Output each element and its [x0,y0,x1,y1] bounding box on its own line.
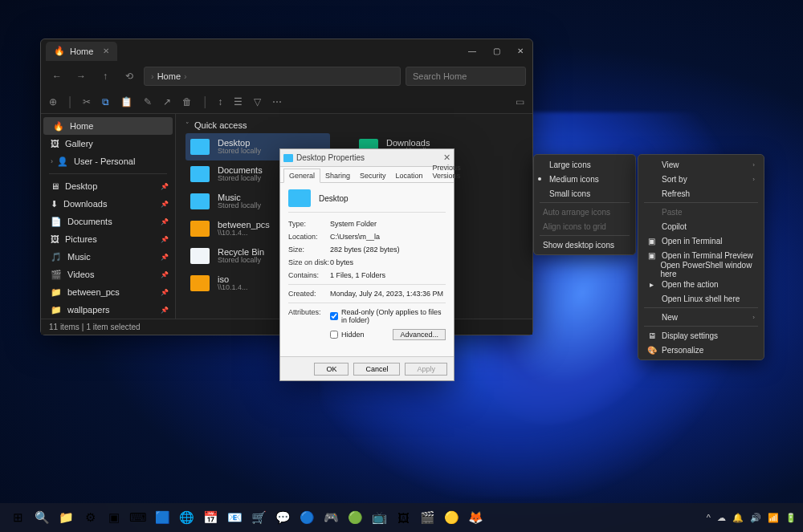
taskbar-app-8[interactable]: 📅 [199,506,222,529]
menu-item-open-the-action[interactable]: ▸Open the action [641,277,761,291]
advanced-button[interactable]: Advanced... [393,329,446,340]
filter-button[interactable]: ▽ [254,96,261,108]
taskbar-app-19[interactable]: 🦊 [464,506,487,529]
taskbar-app-3[interactable]: ⚙ [79,506,101,529]
cancel-button[interactable]: Cancel [353,363,400,376]
menu-item-view[interactable]: View› [641,157,761,172]
sidebar-item-label: between_pcs [67,287,120,297]
tab-home[interactable]: 🔥 Home ✕ [46,42,117,61]
taskbar-app-13[interactable]: 🎮 [320,506,342,529]
menu-item-personalize[interactable]: 🎨Personalize [641,343,761,357]
tab-security[interactable]: Security [355,169,391,182]
details-toggle[interactable]: ▭ [516,96,524,108]
sidebar-item-gallery[interactable]: 🖼Gallery [41,135,175,152]
menu-item-copilot[interactable]: Copilot [641,219,761,234]
taskbar-app-1[interactable]: 🔍 [31,506,53,529]
sidebar-item-pictures[interactable]: 🖼Pictures📌 [41,230,175,248]
align-grid-item[interactable]: Align icons to grid [536,219,633,234]
back-button[interactable]: ← [47,67,67,86]
taskbar-app-15[interactable]: 📺 [368,506,390,529]
show-desktop-icons-item[interactable]: Show desktop icons [536,238,633,252]
sort-button[interactable]: ↕ [218,96,222,108]
taskbar-app-4[interactable]: ▣ [103,506,125,529]
menu-item-small-icons[interactable]: Small icons [536,186,633,201]
menu-item-sort-by[interactable]: Sort by› [641,172,761,186]
tab-close-icon[interactable]: ✕ [103,47,109,55]
minimize-button[interactable]: — [460,41,484,62]
tray-icon-1[interactable]: ☁ [717,513,726,523]
dialog-title: Desktop Properties [296,153,440,162]
taskbar-app-0[interactable]: ⊞ [6,506,29,529]
taskbar-app-6[interactable]: 🟦 [151,506,173,529]
forward-button[interactable]: → [71,67,91,86]
taskbar-app-10[interactable]: 🛒 [247,506,270,529]
tray-icon-2[interactable]: 🔔 [732,513,744,523]
sidebar-item-videos[interactable]: 🎬Videos📌 [41,266,175,283]
tab-general[interactable]: General [283,169,320,183]
menu-label: Medium icons [549,175,599,184]
menu-item-display-settings[interactable]: 🖥Display settings [641,328,761,343]
sidebar-item-between_pcs[interactable]: 📁between_pcs📌 [41,283,175,301]
cut-button[interactable]: ✂ [83,96,91,108]
maximize-button[interactable]: ▢ [484,41,508,62]
view-button[interactable]: ☰ [234,96,243,108]
taskbar-app-16[interactable]: 🖼 [392,506,414,529]
sidebar-item-label: Videos [67,270,94,279]
menu-item-medium-icons[interactable]: Medium icons [536,172,633,186]
address-bar[interactable]: › Home › [144,67,401,86]
copy-button[interactable]: ⧉ [102,96,109,108]
taskbar-app-7[interactable]: 🌐 [175,506,198,529]
sidebar-item-user-personal[interactable]: ›👤User - Personal [41,152,175,170]
ok-button[interactable]: OK [314,363,349,376]
taskbar-app-11[interactable]: 💬 [271,506,294,529]
sidebar-item-desktop[interactable]: 🖥Desktop📌 [41,177,175,195]
tray-icon-0[interactable]: ^ [707,513,711,522]
menu-item-open-in-terminal[interactable]: ▣Open in Terminal [641,234,761,248]
menu-item-refresh[interactable]: Refresh [641,186,761,201]
pin-icon: 📌 [161,201,169,208]
tray-icon-4[interactable]: 📶 [768,513,779,523]
hidden-checkbox[interactable] [330,331,338,339]
prop-label: Size: [288,246,330,254]
new-item[interactable]: New› [641,310,761,324]
menu-item-paste[interactable]: Paste [641,205,761,219]
paste-button[interactable]: 📋 [120,96,132,108]
sidebar-item-downloads[interactable]: ⬇Downloads📌 [41,195,175,213]
tab-title: Home [70,47,93,56]
sidebar-item-music[interactable]: 🎵Music📌 [41,248,175,266]
folder-icon [190,275,210,291]
tab-sharing[interactable]: Sharing [320,169,355,182]
tray-icon-3[interactable]: 🔊 [750,513,761,523]
up-button[interactable]: ↑ [96,67,115,86]
section-header[interactable]: ˅ Quick access [185,120,523,130]
menu-item-open-linux-shell-here[interactable]: Open Linux shell here [641,291,761,306]
menu-item-open-powershell-window-here[interactable]: Open PowerShell window here [641,262,761,277]
breadcrumb[interactable]: Home [157,71,181,81]
taskbar-app-18[interactable]: 🟡 [440,506,463,529]
tab-previous-versions[interactable]: Previous Versions [428,161,466,182]
readonly-checkbox[interactable] [330,312,338,320]
refresh-button[interactable]: ⟲ [120,67,139,86]
close-button[interactable]: ✕ [508,41,532,62]
sidebar-item-wallpapers[interactable]: 📁wallpapers📌 [41,301,175,319]
share-button[interactable]: ↗ [163,96,171,108]
rename-button[interactable]: ✎ [144,96,152,108]
more-button[interactable]: ⋯ [272,96,282,108]
menu-item-large-icons[interactable]: Large icons [536,157,633,172]
taskbar-app-2[interactable]: 📁 [55,506,77,529]
menu-icon: 🎨 [647,346,656,355]
taskbar-app-17[interactable]: 🎬 [416,506,438,529]
taskbar-app-5[interactable]: ⌨ [127,506,149,529]
apply-button[interactable]: Apply [405,363,447,376]
auto-arrange-item[interactable]: Auto arrange icons [536,205,633,219]
taskbar-app-14[interactable]: 🟢 [344,506,366,529]
delete-button[interactable]: 🗑 [182,96,192,108]
sidebar-item-documents[interactable]: 📄Documents📌 [41,213,175,230]
taskbar-app-12[interactable]: 🔵 [296,506,318,529]
tab-location[interactable]: Location [391,169,428,182]
tray-icon-5[interactable]: 🔋 [785,513,797,523]
new-button[interactable]: ⊕ [49,96,57,108]
search-input[interactable]: Search Home [406,67,526,86]
taskbar-app-9[interactable]: 📧 [223,506,246,529]
sidebar-item-home[interactable]: 🔥Home [43,117,173,135]
